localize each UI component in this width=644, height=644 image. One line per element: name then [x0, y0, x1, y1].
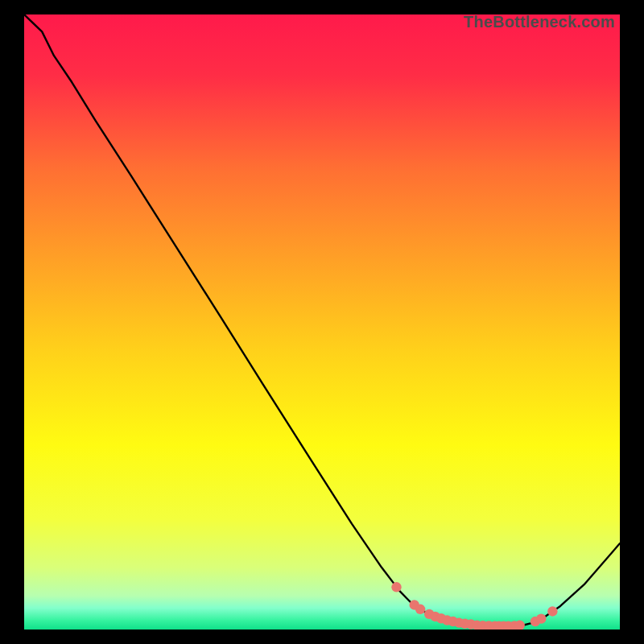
gradient-bg: [24, 14, 620, 630]
bottleneck-plot: TheBottleneck.com: [24, 14, 620, 630]
watermark-text: TheBottleneck.com: [464, 14, 615, 31]
chart-svg: [24, 14, 620, 630]
highlight-dot: [415, 605, 425, 614]
highlight-dot: [536, 613, 546, 623]
highlight-dot: [391, 582, 401, 592]
highlight-dot: [547, 606, 557, 616]
